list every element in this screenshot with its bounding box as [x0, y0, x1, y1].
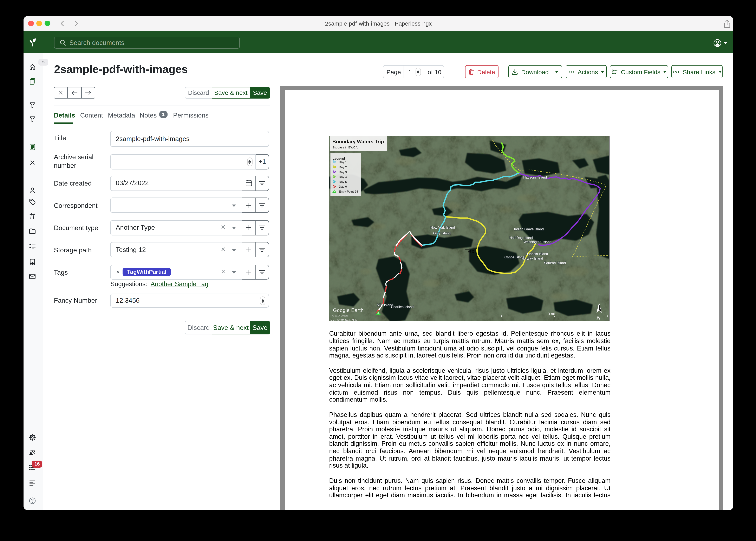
svg-text:3 mi: 3 mi [548, 312, 555, 316]
svg-text:Day 2: Day 2 [339, 165, 347, 169]
svg-text:Mile Island: Mile Island [377, 303, 393, 307]
svg-text:Charlies Island: Charlies Island [391, 305, 414, 309]
svg-text:New York Island: New York Island [431, 226, 455, 230]
svg-text:Day 4: Day 4 [339, 175, 347, 178]
svg-text:Day 5: Day 5 [339, 180, 347, 183]
svg-text:Entry Point 24: Entry Point 24 [339, 190, 358, 193]
svg-text:Gary Island: Gary Island [433, 231, 451, 235]
svg-text:Indian Grave Island: Indian Grave Island [514, 227, 544, 231]
svg-text:Lincoln Island: Lincoln Island [527, 252, 548, 256]
svg-text:Hausons Island: Hausons Island [523, 175, 547, 179]
svg-text:Day 6: Day 6 [339, 185, 347, 188]
svg-text:Half Dog Island: Half Dog Island [510, 236, 533, 240]
svg-text:Day 3: Day 3 [339, 170, 347, 174]
svg-text:Squirrel Island: Squirrel Island [544, 261, 566, 265]
svg-text:© 2017 Google: © 2017 Google [333, 314, 348, 317]
svg-text:N: N [597, 314, 601, 321]
svg-text:Image © 2017 DigitalGlobe: Image © 2017 DigitalGlobe [330, 319, 358, 321]
svg-text:Washington Island: Washington Island [524, 240, 552, 244]
svg-text:Legend: Legend [333, 156, 345, 160]
svg-text:Day 1: Day 1 [339, 161, 347, 164]
svg-text:Google Earth: Google Earth [333, 307, 364, 313]
svg-text:Six days in BWCA: Six days in BWCA [333, 145, 358, 149]
svg-text:Norway Island: Norway Island [522, 257, 543, 261]
svg-text:Boundary Waters Trip: Boundary Waters Trip [333, 139, 384, 144]
svg-text:Text: Text [465, 248, 476, 255]
